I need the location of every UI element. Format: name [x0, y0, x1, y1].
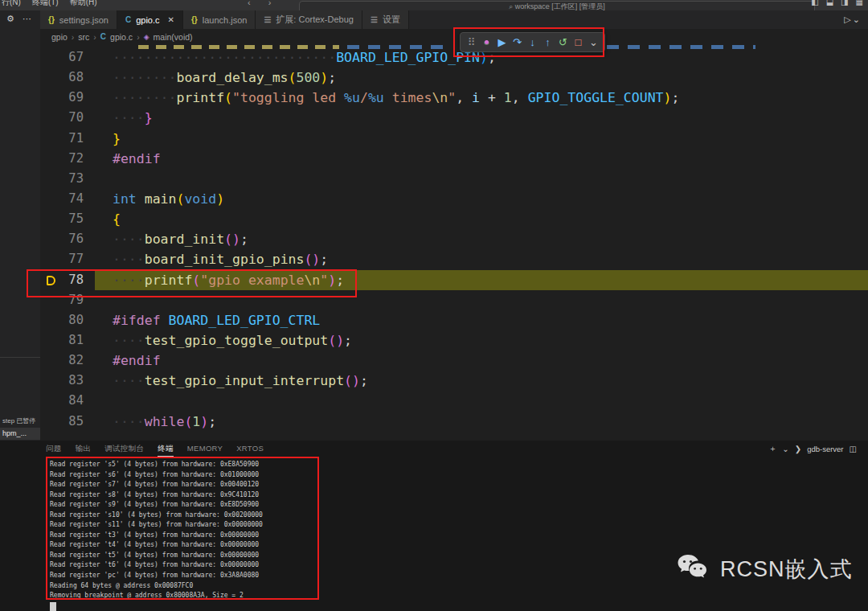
reset-device-icon[interactable]: ○ [481, 34, 493, 51]
panel-tab-终端[interactable]: 终端 [158, 441, 174, 457]
line-number[interactable]: 74 [58, 189, 84, 209]
line-number[interactable]: 83 [58, 371, 84, 391]
panel-tab-MEMORY[interactable]: MEMORY [187, 441, 223, 457]
stop-icon[interactable]: □ [572, 34, 584, 51]
gutter[interactable]: 85 [40, 412, 98, 432]
breakpoint-margin[interactable] [40, 149, 58, 169]
line-number[interactable]: 77 [58, 249, 84, 269]
breadcrumb-file[interactable]: gpio.c [110, 32, 133, 42]
gutter[interactable]: 79 [40, 290, 98, 310]
breakpoint-margin[interactable] [40, 108, 58, 128]
line-number[interactable]: 84 [58, 391, 84, 411]
chevron-down-icon[interactable]: ⌄ [782, 445, 788, 453]
chevron-down-icon[interactable]: ⌄ [853, 14, 860, 25]
step-into-icon[interactable]: ↓ [526, 34, 538, 51]
line-number[interactable]: 78 [58, 270, 84, 290]
tab-设置[interactable]: ☰设置 [362, 10, 409, 29]
tab-settings.json[interactable]: {}settings.json [40, 10, 117, 29]
gutter[interactable]: 73 [40, 169, 98, 189]
panel-tab-问题[interactable]: 问题 [46, 441, 62, 457]
breakpoint-margin[interactable] [40, 209, 58, 229]
gutter[interactable]: 74 [40, 189, 98, 209]
line-number[interactable]: 67 [58, 47, 84, 68]
breakpoint-margin[interactable] [40, 351, 58, 371]
gutter[interactable]: 67 [40, 47, 98, 68]
breakpoint-margin[interactable] [40, 290, 58, 310]
gutter[interactable]: 72 [40, 149, 98, 169]
panel-tab-XRTOS[interactable]: XRTOS [236, 441, 264, 457]
toggle-secondary-sidebar-icon[interactable]: ◨ [841, 0, 848, 6]
line-number[interactable]: 68 [58, 68, 84, 88]
close-icon[interactable]: ✕ [168, 15, 174, 24]
continue-icon[interactable]: ▶ [496, 34, 508, 51]
line-number[interactable]: 76 [58, 229, 84, 249]
line-number[interactable]: 79 [58, 290, 84, 310]
run-or-debug-icon[interactable]: ▷ [844, 14, 850, 25]
command-center[interactable]: ⌕ workspace [工作区] [管理员] [299, 1, 815, 10]
panel-tab-输出[interactable]: 输出 [76, 441, 92, 457]
step-over-icon[interactable]: ↷ [511, 34, 523, 51]
drag-handle-icon[interactable]: ⠿ [465, 34, 477, 51]
breakpoint-margin[interactable] [40, 391, 58, 411]
breakpoint-margin[interactable] [40, 330, 58, 351]
gutter[interactable]: 75 [40, 209, 98, 229]
line-number[interactable]: 71 [58, 129, 84, 149]
more-icon[interactable]: ⋯ [23, 14, 31, 24]
panel-tab-调试控制台[interactable]: 调试控制台 [104, 441, 144, 457]
gutter[interactable]: 70 [40, 108, 98, 128]
line-number[interactable]: 73 [58, 169, 84, 189]
callstack-item-frame[interactable]: hpm_... [0, 428, 43, 440]
gutter[interactable]: 83 [40, 371, 98, 391]
tab-launch.json[interactable]: {}launch.json [183, 10, 256, 29]
line-number[interactable]: 81 [58, 330, 84, 351]
breakpoint-margin[interactable] [40, 229, 58, 249]
gutter[interactable]: 69 [40, 88, 98, 108]
breakpoint-margin[interactable] [40, 68, 58, 88]
terminal-name[interactable]: gdb-server [807, 445, 843, 453]
chevron-down-icon[interactable]: ⌄ [588, 34, 600, 51]
line-number[interactable]: 72 [58, 149, 84, 169]
breakpoint-margin[interactable] [40, 412, 58, 432]
customize-layout-icon[interactable]: ▦ [856, 0, 863, 6]
breakpoint-margin[interactable] [40, 47, 58, 68]
back-icon[interactable]: ‹ [248, 0, 251, 7]
gutter[interactable]: 84 [40, 391, 98, 411]
gutter[interactable]: 81 [40, 330, 98, 351]
gutter[interactable]: 78 [40, 270, 98, 290]
callstack-item-paused[interactable]: step 已暂停 [0, 416, 43, 427]
breakpoint-margin[interactable] [40, 310, 58, 330]
breadcrumb-symbol[interactable]: main(void) [154, 32, 193, 42]
gutter[interactable]: 68 [40, 68, 98, 88]
menu-item-terminal[interactable]: 终端(T) [32, 0, 59, 8]
toggle-panel-icon[interactable]: ⬓ [826, 0, 833, 6]
gutter[interactable]: 82 [40, 351, 98, 371]
line-number[interactable]: 85 [58, 412, 84, 432]
breadcrumb-folder[interactable]: gpio [51, 32, 68, 42]
line-number[interactable]: 70 [58, 108, 84, 128]
breakpoint-margin[interactable] [40, 169, 58, 189]
code-editor[interactable]: 67····························BOARD_LED_… [40, 44, 868, 441]
toggle-primary-sidebar-icon[interactable]: ◧ [811, 0, 818, 6]
breakpoint-margin[interactable] [40, 371, 58, 391]
breakpoint-margin[interactable] [40, 249, 58, 269]
breadcrumb-folder[interactable]: src [78, 32, 89, 42]
line-number[interactable]: 75 [58, 209, 84, 229]
breakpoint-margin[interactable] [40, 189, 58, 209]
gutter[interactable]: 76 [40, 229, 98, 249]
line-number[interactable]: 69 [58, 88, 84, 108]
step-out-icon[interactable]: ↑ [542, 34, 554, 51]
line-number[interactable]: 82 [58, 351, 84, 371]
gear-icon[interactable]: ⚙ [6, 14, 14, 24]
gutter[interactable]: 80 [40, 310, 98, 330]
breakpoint-margin[interactable] [40, 88, 58, 108]
forward-icon[interactable]: › [268, 0, 272, 7]
split-terminal-icon[interactable]: ◫ [850, 445, 857, 453]
menu-item-help[interactable]: 帮助(H) [70, 0, 97, 8]
tab-扩展: Cortex-Debug[interactable]: ☰扩展: Cortex-Debug [256, 10, 362, 29]
tab-gpio.c[interactable]: Cgpio.c✕ [117, 10, 183, 29]
new-terminal-icon[interactable]: ＋ [768, 443, 776, 454]
restart-icon[interactable]: ↺ [557, 34, 569, 51]
breakpoint-margin[interactable] [40, 129, 58, 149]
line-number[interactable]: 80 [58, 310, 84, 330]
gutter[interactable]: 71 [40, 129, 98, 149]
